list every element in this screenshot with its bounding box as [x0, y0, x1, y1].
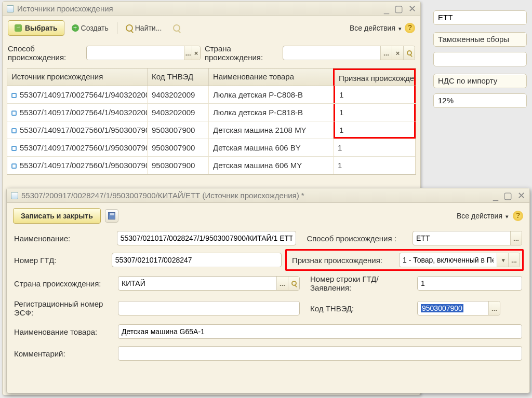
lookup-button[interactable]: ...	[380, 46, 392, 60]
esf-field[interactable]	[118, 301, 300, 315]
clear-find-button[interactable]	[169, 20, 184, 36]
row-icon	[11, 111, 17, 116]
method-label: Способ происхождения :	[307, 234, 407, 243]
sources-grid[interactable]: Источник происхождения Код ТНВЭД Наимено…	[7, 68, 416, 175]
sign-label: Признак происхождения:	[292, 256, 394, 265]
gtd-label: Номер ГТД:	[14, 256, 107, 265]
plus-icon: +	[72, 24, 79, 32]
sources-titlebar: Источники происхождения _ ▢ ✕	[3, 2, 420, 16]
help-button[interactable]: ?	[405, 23, 415, 33]
sources-title: Источники происхождения	[17, 2, 384, 16]
clear-button[interactable]: ×	[192, 46, 200, 60]
select-button[interactable]: Выбрать	[8, 20, 64, 36]
save-button[interactable]	[105, 209, 118, 223]
col-name[interactable]: Наименование товара	[209, 68, 334, 86]
maximize-button[interactable]: ▢	[394, 2, 403, 16]
minimize-button[interactable]: _	[384, 2, 389, 16]
page-icon	[7, 5, 14, 12]
maximize-button[interactable]: ▢	[503, 188, 512, 203]
table-row[interactable]: 55307/140917/0027564/1/9403202009/К... 9…	[7, 86, 416, 104]
country-filter-text[interactable]	[283, 46, 380, 60]
close-button[interactable]: ✕	[408, 2, 416, 16]
grid-header: Источник происхождения Код ТНВЭД Наимено…	[7, 68, 416, 86]
help-button[interactable]: ?	[513, 211, 523, 221]
col-sign[interactable]: Признак происхождения	[333, 68, 416, 86]
lookup-button[interactable]: ...	[276, 277, 288, 290]
search-clear-icon	[173, 24, 180, 32]
side-ett-field[interactable]: ЕТТ	[433, 10, 527, 25]
table-row[interactable]: 55307/140917/0027564/1/9403202009/К... 9…	[7, 104, 416, 121]
col-source[interactable]: Источник происхождения	[7, 68, 148, 86]
comment-label: Комментарий:	[14, 349, 113, 358]
save-close-button[interactable]: Записать и закрыть	[13, 208, 101, 224]
name-field[interactable]	[117, 231, 297, 245]
col-code[interactable]: Код ТНВЭД	[148, 68, 209, 86]
line-label: Номер строки ГТД/Заявления:	[310, 275, 412, 292]
method-field[interactable]: ...	[413, 231, 522, 245]
side-customs-field[interactable]	[433, 52, 527, 66]
lookup-button[interactable]: ...	[184, 46, 192, 60]
dropdown-button[interactable]	[497, 253, 508, 267]
clear-button[interactable]: ×	[392, 46, 403, 60]
detail-window: 55307/200917/0028247/1/9503007900/КИТАЙ/…	[6, 188, 530, 393]
all-actions-label: Все действия	[350, 24, 395, 32]
create-button[interactable]: + Создать	[68, 20, 113, 36]
side-vat-label: НДС по импорту	[433, 74, 527, 88]
detail-title: 55307/200917/0028247/1/9503007900/КИТАЙ/…	[21, 188, 493, 203]
country-filter-input[interactable]: ... ×	[283, 46, 415, 60]
lookup-button[interactable]: ...	[488, 301, 500, 315]
select-label: Выбрать	[25, 24, 58, 32]
esf-label: Регистрационный номер ЭСФ:	[14, 299, 113, 317]
row-icon	[11, 128, 17, 133]
line-field[interactable]	[417, 276, 522, 291]
detail-form: Наименование: Способ происхождения : ...…	[7, 229, 529, 370]
chevron-down-icon	[504, 212, 509, 220]
method-filter-label: Способ происхождения:	[8, 44, 82, 62]
select-icon	[15, 24, 22, 32]
open-button[interactable]	[288, 277, 299, 290]
sign-highlight: Признак происхождения: ...	[285, 249, 524, 271]
close-button[interactable]: ✕	[517, 188, 525, 203]
country-field[interactable]: ...	[118, 276, 300, 291]
minimize-button[interactable]: _	[493, 188, 498, 203]
side-customs-label: Таможенные сборы	[433, 32, 527, 47]
method-filter-text[interactable]	[87, 46, 184, 60]
find-button[interactable]: Найти...	[122, 20, 166, 36]
country-label: Страна происхождения:	[14, 279, 113, 288]
side-vat-field[interactable]: 12%	[433, 93, 527, 108]
page-icon	[11, 192, 18, 199]
comment-field[interactable]	[118, 346, 522, 361]
sign-field[interactable]: ...	[399, 253, 520, 267]
row-icon	[11, 146, 17, 151]
row-icon	[11, 163, 17, 169]
row-icon	[11, 93, 17, 98]
chevron-down-icon	[397, 24, 402, 32]
all-actions-button[interactable]: Все действия	[457, 212, 509, 220]
filter-row: Способ происхождения: ... × Страна проис…	[3, 40, 420, 68]
side-panel: ЕТТ Таможенные сборы НДС по импорту 12%	[428, 3, 532, 115]
detail-toolbar: Записать и закрыть Все действия ?	[7, 203, 529, 229]
table-row[interactable]: 55307/140917/0027560/1/9503007900/К... 9…	[7, 157, 416, 174]
name-label: Наименование:	[14, 234, 112, 243]
gtd-field[interactable]	[112, 253, 282, 267]
product-label: Наименование товара:	[14, 327, 113, 336]
table-row[interactable]: 55307/140917/0027560/1/9503007900/К... 9…	[7, 121, 416, 139]
open-button[interactable]	[403, 46, 415, 60]
all-actions-label: Все действия	[457, 212, 502, 220]
method-filter-input[interactable]: ... ×	[86, 46, 201, 60]
create-label: Создать	[81, 24, 109, 32]
code-label: Код ТНВЭД:	[310, 304, 412, 313]
code-value: 9503007900	[421, 304, 463, 312]
table-row[interactable]: 55307/140917/0027560/1/9503007900/К... 9…	[7, 139, 416, 157]
disk-icon	[108, 212, 115, 219]
separator	[117, 22, 117, 34]
all-actions-button[interactable]: Все действия	[350, 24, 402, 32]
find-label: Найти...	[135, 24, 162, 32]
code-field[interactable]: 9503007900 ...	[417, 301, 500, 315]
search-icon	[126, 24, 133, 32]
country-filter-label: Страна происхождения:	[205, 44, 278, 62]
product-field[interactable]	[118, 324, 522, 339]
lookup-button[interactable]: ...	[508, 253, 520, 267]
lookup-button[interactable]: ...	[510, 231, 522, 245]
detail-titlebar: 55307/200917/0028247/1/9503007900/КИТАЙ/…	[7, 188, 529, 203]
